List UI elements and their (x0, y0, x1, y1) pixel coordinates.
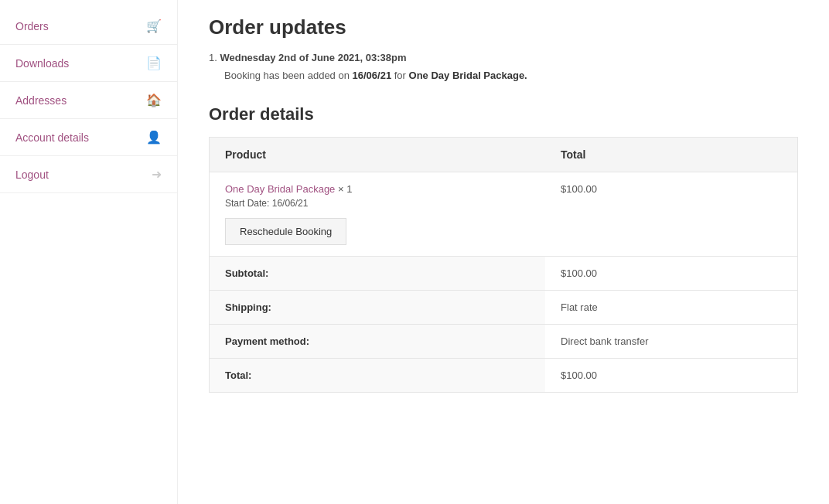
order-details-title: Order details (209, 104, 798, 124)
update-item: 1. Wednesday 2nd of June 2021, 03:38pm B… (209, 52, 798, 81)
start-date-value: 16/06/21 (272, 198, 309, 209)
message-prefix: Booking has been added on (224, 70, 353, 81)
update-date: Wednesday 2nd of June 2021, 03:38pm (220, 52, 406, 63)
product-start-date: Start Date: 16/06/21 (225, 198, 530, 209)
product-row: One Day Bridal Package × 1 Start Date: 1… (210, 172, 798, 257)
orders-icon: 🛒 (146, 19, 162, 33)
total-value: $100.00 (545, 359, 797, 393)
subtotal-value: $100.00 (545, 257, 797, 291)
shipping-value: Flat rate (545, 291, 797, 325)
order-updates-section: Order updates 1. Wednesday 2nd of June 2… (209, 15, 798, 81)
sidebar-item-orders[interactable]: Orders 🛒 (0, 8, 177, 45)
logout-icon: ➜ (152, 167, 162, 182)
order-updates-title: Order updates (209, 15, 798, 39)
product-price: $100.00 (545, 172, 797, 257)
downloads-icon: 📄 (146, 56, 162, 70)
payment-method-value: Direct bank transfer (545, 325, 797, 359)
sidebar: Orders 🛒 Downloads 📄 Addresses 🏠 Account… (0, 0, 178, 504)
total-label: Total: (210, 359, 546, 393)
sidebar-item-downloads[interactable]: Downloads 📄 (0, 45, 177, 82)
order-table: Product Total One Day Bridal Package × 1 (209, 137, 798, 393)
col-product: Product (210, 138, 546, 172)
table-header-row: Product Total (210, 138, 798, 172)
order-details-section: Order details Product Total One Day Brid… (209, 104, 798, 393)
addresses-icon: 🏠 (146, 93, 162, 107)
shipping-row: Shipping: Flat rate (210, 291, 798, 325)
update-message: Booking has been added on 16/06/21 for O… (224, 70, 798, 81)
order-updates-list: 1. Wednesday 2nd of June 2021, 03:38pm B… (209, 52, 798, 81)
message-middle: for (391, 70, 408, 81)
product-qty-value: × 1 (338, 183, 352, 195)
sidebar-item-logout[interactable]: Logout ➜ (0, 156, 177, 193)
product-link[interactable]: One Day Bridal Package (225, 183, 335, 195)
reschedule-booking-button[interactable]: Reschedule Booking (225, 218, 346, 245)
booking-date: 16/06/21 (353, 70, 392, 81)
start-date-label: Start Date: (225, 198, 269, 209)
payment-method-row: Payment method: Direct bank transfer (210, 325, 798, 359)
sidebar-item-account-details[interactable]: Account details 👤 (0, 119, 177, 156)
subtotal-row: Subtotal: $100.00 (210, 257, 798, 291)
product-cell: One Day Bridal Package × 1 Start Date: 1… (210, 172, 546, 257)
payment-method-label: Payment method: (210, 325, 546, 359)
sidebar-item-addresses[interactable]: Addresses 🏠 (0, 82, 177, 119)
subtotal-label: Subtotal: (210, 257, 546, 291)
package-name: One Day Bridal Package. (409, 70, 527, 81)
account-details-icon: 👤 (146, 130, 162, 145)
product-name-qty: One Day Bridal Package × 1 (225, 183, 530, 195)
total-row: Total: $100.00 (210, 359, 798, 393)
col-total: Total (545, 138, 797, 172)
main-content: Order updates 1. Wednesday 2nd of June 2… (178, 0, 829, 504)
shipping-label: Shipping: (210, 291, 546, 325)
